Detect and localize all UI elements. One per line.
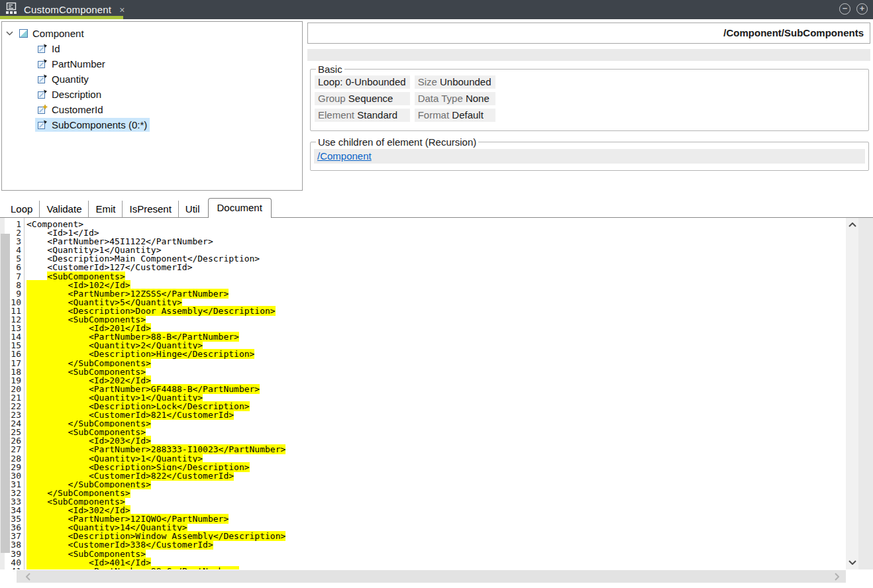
property-chip: Loop: 0-Unbounded	[315, 75, 410, 89]
code-line: <Id>202</Id>	[26, 376, 285, 385]
property-chip: Data Type None	[415, 92, 495, 105]
tree-item-quantity[interactable]: Quantity	[2, 72, 302, 87]
tree-item-label: Quantity	[52, 74, 89, 85]
code-line: <SubComponents>	[26, 368, 285, 376]
tab-document[interactable]: Document	[208, 198, 272, 218]
tab-validate[interactable]: Validate	[39, 201, 88, 218]
zoom-in-button[interactable]: +	[856, 3, 868, 15]
element-pin-icon	[37, 74, 48, 84]
property-chip: Element Standard	[315, 109, 410, 122]
line-number: 40	[5, 558, 21, 567]
bottom-tab-strip: LoopValidateEmitIsPresentUtilDocument	[0, 199, 873, 218]
schema-tree-panel: ComponentIdPartNumberQuantityDescription…	[1, 21, 303, 191]
element-pin-icon	[37, 59, 48, 69]
zoom-out-button[interactable]: −	[839, 3, 850, 15]
code-line: <SubComponents>	[26, 550, 285, 558]
scroll-up-icon[interactable]	[846, 219, 858, 231]
code-line: <Quantity>1</Quantity>	[26, 454, 285, 463]
scroll-left-icon[interactable]	[22, 570, 35, 583]
tab-emit[interactable]: Emit	[88, 201, 122, 218]
active-tab-accent	[0, 16, 123, 19]
element-pin-icon	[37, 44, 48, 54]
horizontal-scrollbar[interactable]	[17, 570, 846, 583]
tab-title: CustomComponent	[24, 4, 111, 15]
vertical-scrollbar-thumb[interactable]	[1, 234, 10, 553]
right-margin-strip	[858, 218, 873, 569]
title-bar: CustomComponent × − +	[0, 0, 873, 19]
document-view: 1234567891011121314151617181920212223242…	[0, 218, 873, 569]
code-line: <PartNumber>GF4488-B</PartNumber>	[26, 385, 285, 393]
tree-item-description[interactable]: Description	[2, 87, 302, 102]
vertical-scrollbar[interactable]	[846, 218, 858, 569]
code-line: <SubComponents>	[26, 272, 285, 281]
code-line: <Description>Hinge</Description>	[26, 350, 285, 358]
code-line: <CustomerId>127</CustomerId>	[26, 263, 285, 271]
tab-close-icon[interactable]: ×	[119, 5, 125, 15]
tree-item-partnumber[interactable]: PartNumber	[2, 56, 302, 72]
tab-loop[interactable]: Loop	[4, 201, 39, 218]
recursion-link[interactable]: /Component	[317, 150, 372, 162]
property-chip: Size Unbounded	[415, 75, 495, 89]
component-element-icon	[19, 28, 28, 38]
element-star-icon	[37, 105, 48, 115]
code-line: <Description>Sign</Description>	[26, 463, 285, 471]
tree-item-customerid[interactable]: CustomerId	[2, 102, 302, 117]
horizontal-scrollbar-row	[0, 569, 873, 588]
code-line: <CustomerId>338</CustomerId>	[26, 540, 285, 549]
element-pin-icon	[37, 120, 48, 130]
recursion-bar: /Component	[314, 149, 865, 164]
toolbar-strip	[307, 49, 870, 61]
tree-item-label: Component	[32, 28, 84, 39]
tree-item-subcomponents-0[interactable]: SubComponents (0:*)	[2, 117, 302, 132]
code-line: <Id>102</Id>	[26, 281, 285, 289]
element-pin-icon	[37, 89, 48, 99]
xml-code-editor[interactable]: <Component> <Id>1</Id> <PartNumber>45I11…	[26, 220, 285, 569]
tree-item-label: PartNumber	[52, 58, 105, 70]
code-line: </SubComponents>	[26, 359, 285, 368]
property-chips: Loop: 0-UnboundedSize UnboundedGroup Seq…	[313, 75, 866, 122]
tree-item-id[interactable]: Id	[2, 41, 302, 56]
code-line: <PartNumber>12ZSSS</PartNumber>	[26, 289, 285, 298]
element-details-panel: /Component/SubComponents Basic Loop: 0-U…	[307, 21, 872, 192]
recursion-legend: Use children of element (Recursion)	[316, 136, 478, 148]
code-line: <Quantity>5</Quantity>	[26, 298, 285, 307]
element-path: /Component/SubComponents	[307, 23, 870, 44]
tree-item-label: Description	[52, 89, 101, 100]
code-line: <Id>401</Id>	[26, 558, 285, 567]
chevron-down-icon[interactable]	[6, 31, 17, 36]
code-line: <CustomerId>822</CustomerId>	[26, 471, 285, 480]
tree-item-label: Id	[52, 43, 60, 54]
gutter-separator	[24, 218, 25, 569]
tree-item-label: CustomerId	[52, 104, 103, 115]
code-line: <PartNumber>288333-I10023</PartNumber>	[26, 445, 285, 454]
code-line: <Quantity>1</Quantity>	[26, 393, 285, 402]
scroll-down-icon[interactable]	[846, 556, 858, 568]
property-chip: Format Default	[415, 109, 495, 122]
recursion-group: Use children of element (Recursion) /Com…	[310, 136, 869, 171]
tree-item-component[interactable]: Component	[2, 26, 302, 41]
scroll-right-icon[interactable]	[830, 570, 843, 583]
tab-util[interactable]: Util	[178, 201, 207, 218]
tree-item-label: SubComponents (0:*)	[52, 119, 147, 130]
tab-ispresent[interactable]: IsPresent	[122, 201, 178, 218]
app-icon	[5, 2, 18, 17]
code-line: </SubComponents>	[26, 480, 285, 489]
property-chip: Group Sequence	[315, 92, 410, 105]
basic-legend: Basic	[316, 64, 344, 75]
basic-properties-group: Basic Loop: 0-UnboundedSize UnboundedGro…	[310, 64, 869, 131]
